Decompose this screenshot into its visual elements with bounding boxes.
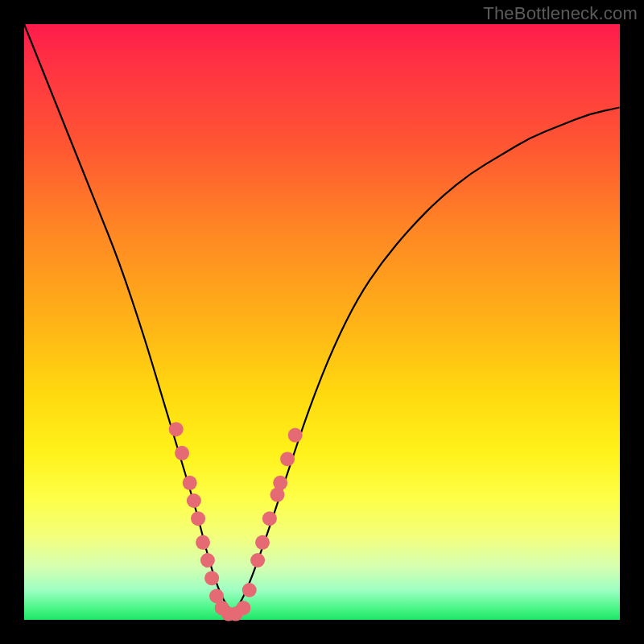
marker-point (169, 422, 184, 436)
marker-group (169, 422, 303, 621)
marker-point (191, 511, 205, 526)
marker-point (175, 446, 189, 460)
plot-area (24, 24, 620, 620)
marker-point (187, 493, 201, 508)
marker-point (280, 452, 295, 466)
chart-svg (24, 24, 620, 620)
marker-point (250, 553, 265, 568)
marker-point (200, 553, 215, 568)
marker-point (273, 476, 287, 490)
watermark-text: TheBottleneck.com (483, 3, 638, 24)
bottleneck-curve (24, 24, 620, 609)
chart-container: TheBottleneck.com (0, 0, 644, 644)
marker-point (183, 476, 197, 490)
marker-point (196, 535, 210, 550)
marker-point (236, 601, 250, 615)
marker-point (242, 583, 257, 597)
marker-point (288, 428, 303, 443)
marker-point (204, 571, 219, 585)
marker-point (255, 535, 270, 550)
marker-point (262, 511, 277, 526)
